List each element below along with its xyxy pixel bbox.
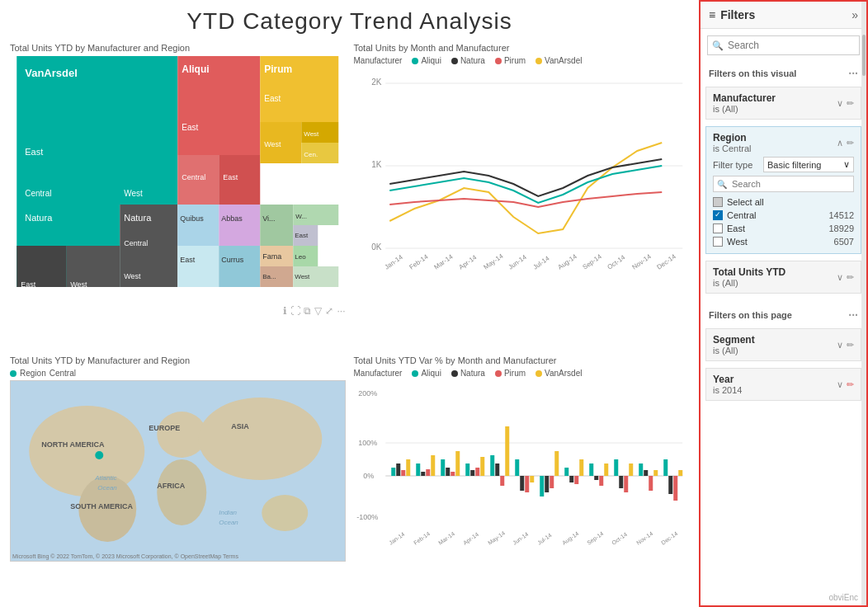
map-container[interactable]: NORTH AMERICA EUROPE ASIA AFRICA SOUTH A… [10,380,346,562]
region-central-row[interactable]: Central 14512 [713,209,854,222]
svg-text:Fama: Fama [262,252,281,261]
svg-text:May-14: May-14 [487,530,507,546]
manufacturer-expand-icon[interactable]: ∨ [837,98,843,109]
svg-text:Jun-14: Jun-14 [507,253,528,271]
svg-text:East: East [295,232,309,239]
total-units-card-title: Total Units YTD [713,266,785,278]
svg-text:Mar-14: Mar-14 [432,252,454,271]
svg-text:Dec-14: Dec-14 [655,252,677,271]
filters-panel: ≡ Filters » 🔍 Filters on this visual ···… [699,0,868,607]
treemap-icon-focus[interactable]: ⛶ [290,305,300,317]
visual-filters-text: Filters on this visual [709,68,796,78]
region-central-checkbox[interactable] [713,210,723,220]
select-all-label[interactable]: Select all [713,197,764,207]
svg-rect-121 [554,451,559,476]
svg-rect-125 [579,459,583,476]
svg-rect-131 [619,476,623,488]
legend-aliqui: Aliqui [412,56,441,65]
treemap-container[interactable]: VanArsdel East Central West Natura East … [10,56,346,304]
filters-close-button[interactable]: » [851,8,858,21]
svg-text:Apr-14: Apr-14 [457,253,478,271]
treemap-icon-filter[interactable]: ▽ [314,305,322,317]
total-units-edit-icon[interactable]: ✏ [847,272,854,283]
map-watermark: Microsoft Bing © 2022 TomTom, © 2023 Mic… [12,553,238,559]
svg-rect-107 [470,470,474,476]
year-filter-card: Year is 2014 ∨ ✏ [705,368,861,401]
region-west-label[interactable]: West [713,237,748,247]
total-units-expand-icon[interactable]: ∨ [837,272,843,283]
bar-legend-vanarsdel: VanArsdel [535,369,582,378]
filter-inner-search-input[interactable] [713,176,854,192]
region-west-checkbox[interactable] [713,237,723,247]
svg-text:East: East [182,123,198,132]
year-card-title-group: Year is 2014 [713,374,742,395]
filter-search-input[interactable] [707,35,860,55]
svg-text:NORTH AMERICA: NORTH AMERICA [41,440,105,449]
treemap-icon-expand[interactable]: ⤢ [325,305,333,317]
treemap-title: Total Units YTD by Manufacturer and Regi… [10,43,346,53]
svg-point-87 [95,451,103,459]
year-expand-icon[interactable]: ∨ [837,379,843,390]
svg-text:Pirum: Pirum [264,64,292,75]
svg-text:Quibus: Quibus [180,214,204,223]
filter-type-select[interactable]: Basic filtering ∨ [763,157,854,172]
filters-title-container: ≡ Filters [709,8,755,21]
region-card-title: Region [713,132,751,144]
region-edit-icon[interactable]: ✏ [847,138,854,148]
select-all-row[interactable]: Select all [713,195,854,209]
manufacturer-edit-icon[interactable]: ✏ [847,98,854,109]
scroll-track[interactable] [861,2,866,605]
svg-text:-100%: -100% [356,513,378,521]
svg-point-72 [29,406,144,496]
svg-text:EUROPE: EUROPE [149,424,180,432]
legend-label: Manufacturer [354,56,403,65]
bar-chart-title: Total Units YTD Var % by Month and Manuf… [354,355,690,365]
svg-text:Central: Central [124,239,148,247]
region-collapse-icon[interactable]: ∧ [837,138,843,148]
total-units-card-icons: ∨ ✏ [837,272,854,283]
visual-filters-more[interactable]: ··· [848,67,858,80]
svg-text:West: West [124,272,141,280]
svg-text:Indian: Indian [219,509,237,516]
segment-expand-icon[interactable]: ∨ [837,340,843,351]
bar-chart-legend: Manufacturer Aliqui Natura Pirum VanArsd… [354,369,690,378]
svg-rect-137 [653,470,658,476]
svg-rect-106 [465,463,469,476]
svg-text:Jun-14: Jun-14 [512,531,530,546]
svg-rect-127 [594,476,598,480]
svg-text:West: West [264,140,281,148]
treemap-icon-copy[interactable]: ⧉ [304,305,311,317]
charts-grid: Total Units YTD by Manufacturer and Regi… [10,43,689,592]
page-filters-label: Filters on this page ··· [701,304,866,325]
svg-text:SOUTH AMERICA: SOUTH AMERICA [70,502,133,511]
svg-text:Ocean: Ocean [97,484,117,492]
svg-rect-126 [589,463,593,476]
region-card-icons: ∧ ✏ [837,138,854,148]
region-filter-card: Region is Central ∧ ✏ Filter type Basic … [705,126,861,254]
segment-edit-icon[interactable]: ✏ [847,340,854,351]
svg-text:1K: 1K [371,160,382,169]
region-east-checkbox[interactable] [713,224,723,233]
page-filters-more[interactable]: ··· [848,308,858,322]
region-east-row[interactable]: East 18929 [713,222,854,235]
manufacturer-card-title: Manufacturer [713,92,776,104]
region-east-label[interactable]: East [713,224,745,233]
scroll-thumb [862,35,866,76]
svg-text:Nov-14: Nov-14 [635,530,654,546]
svg-rect-109 [480,457,484,476]
legend-pirum: Pirum [495,56,526,65]
select-all-checkbox[interactable] [713,197,723,207]
region-west-row[interactable]: West 6507 [713,235,854,248]
year-edit-icon[interactable]: ✏ [847,379,854,390]
region-central-label[interactable]: Central [713,210,756,220]
svg-rect-33 [219,205,260,246]
region-legend-label: Region [20,369,46,378]
svg-text:0K: 0K [371,242,382,252]
treemap-icon-more[interactable]: ··· [337,305,345,317]
svg-text:Oct-14: Oct-14 [611,531,628,546]
svg-text:East: East [180,256,196,264]
svg-text:Jan-14: Jan-14 [383,253,404,271]
line-chart-legend: Manufacturer Aliqui Natura Pirum VanArsd… [354,56,690,65]
filter-type-value: Basic filtering [767,160,821,170]
visual-filters-label: Filters on this visual ··· [701,62,866,83]
